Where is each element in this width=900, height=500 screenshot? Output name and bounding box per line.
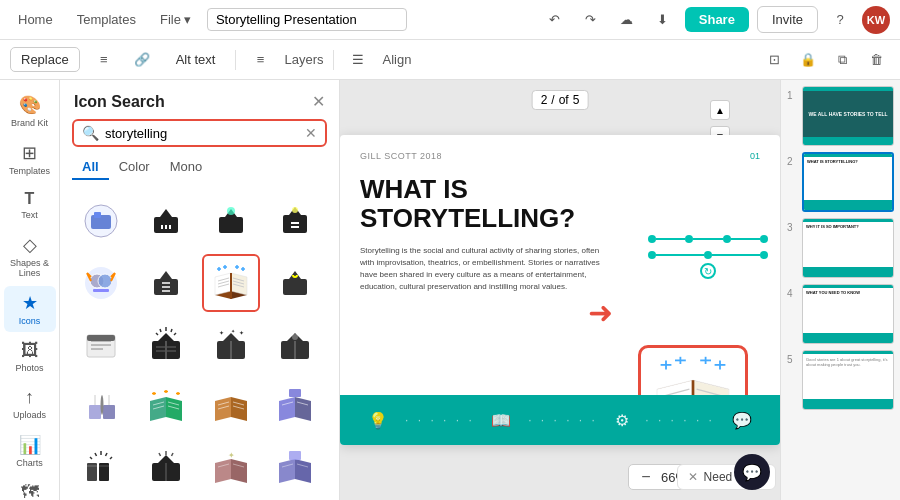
slide-number: 01 [750,151,760,161]
icon-item[interactable] [202,192,260,250]
icon-item[interactable] [72,440,130,498]
sidebar-item-shapes[interactable]: ◇ Shapes & Lines [4,228,56,284]
svg-rect-7 [219,217,243,233]
icon-item[interactable] [137,378,195,436]
slide-title: WHAT ISSTORYTELLING? [360,175,575,232]
undo-button[interactable]: ↶ [541,6,569,34]
thumb-inner: Good stories are 1 about great storytell… [803,354,893,399]
icon-item[interactable] [266,316,324,374]
templates-nav[interactable]: Templates [69,8,144,31]
clear-search-button[interactable]: ✕ [305,125,317,141]
download-button[interactable]: ⬇ [649,6,677,34]
link-icon[interactable]: 🔗 [128,46,156,74]
lock-icon[interactable]: 🔒 [794,46,822,74]
icon-item[interactable] [202,378,260,436]
icon-item[interactable] [72,316,130,374]
svg-text:✦: ✦ [231,328,235,334]
settings-icon: ⚙ [615,411,629,430]
icon-selection-container: ↻ [648,235,768,279]
svg-line-43 [160,329,161,332]
chart-icon[interactable]: ≡ [90,46,118,74]
tab-color[interactable]: Color [109,155,160,180]
sidebar-item-photos[interactable]: 🖼 Photos [4,334,56,379]
icon-item-selected[interactable] [202,254,260,312]
thumb-slide-5[interactable]: Good stories are 1 about great storytell… [802,350,894,410]
icon-item[interactable] [137,316,195,374]
icon-item[interactable] [137,192,195,250]
sidebar-item-text[interactable]: T Text [4,184,56,226]
thumb-slide-4[interactable]: WHAT YOU NEED TO KNOW [802,284,894,344]
sidebar-item-uploads[interactable]: ↑ Uploads [4,381,56,426]
tab-mono[interactable]: Mono [160,155,213,180]
need-help-close-button[interactable]: ✕ [688,470,698,484]
main-area: 🎨 Brand Kit ⊞ Templates T Text ◇ Shapes … [0,80,900,500]
icon-item[interactable] [72,192,130,250]
icon-item[interactable] [266,192,324,250]
avatar[interactable]: KW [862,6,890,34]
help-button[interactable]: ? [826,6,854,34]
panel-title: Icon Search [74,93,165,111]
sidebar-label-icons: Icons [19,316,41,326]
icon-item[interactable]: ✦ [202,440,260,498]
sidebar-item-templates[interactable]: ⊞ Templates [4,136,56,182]
align-icon[interactable]: ☰ [344,46,372,74]
document-title-input[interactable] [207,8,407,31]
thumb-slide-1[interactable]: WE ALL HAVE STORIES TO TELL [802,86,894,146]
indicator-dot [648,235,656,243]
toolbar: Replace ≡ 🔗 Alt text ≡ Layers ☰ Align ⊡ … [0,40,900,80]
icon-item[interactable]: ✦ ✦ ✦ [202,316,260,374]
icon-item[interactable] [266,440,324,498]
sidebar-item-charts[interactable]: 📊 Charts [4,428,56,474]
thumbnail-1: 1 WE ALL HAVE STORIES TO TELL [787,86,894,146]
icon-item[interactable] [266,378,324,436]
file-nav[interactable]: File ▾ [152,8,199,31]
alt-text-button[interactable]: Alt text [166,48,226,71]
toolbar-divider2 [333,50,334,70]
cloud-save-icon[interactable]: ☁ [613,6,641,34]
thumbnail-3: 3 WHY IT IS SO IMPORTANT? [787,218,894,278]
thumb-inner: WHY IT IS SO IMPORTANT? [803,222,893,267]
sidebar-item-brand-kit[interactable]: 🎨 Brand Kit [4,88,56,134]
icon-item[interactable] [266,254,324,312]
redo-button[interactable]: ↷ [577,6,605,34]
delete-icon[interactable]: 🗑 [862,46,890,74]
sidebar-label-uploads: Uploads [13,410,46,420]
slide-arrow-icon: ➜ [588,295,613,330]
selection-indicator-top [648,235,768,243]
share-button[interactable]: Share [685,7,749,32]
search-input[interactable] [105,126,299,141]
icon-item[interactable] [137,254,195,312]
thumb-slide-3[interactable]: WHY IT IS SO IMPORTANT? [802,218,894,278]
crop-icon[interactable]: ⊡ [760,46,788,74]
icon-item[interactable] [137,440,195,498]
copy-icon[interactable]: ⧉ [828,46,856,74]
maps-icon: 🗺 [21,482,39,500]
chat-button[interactable]: 💬 [734,454,770,490]
indicator-dot [704,251,712,259]
sidebar-item-maps[interactable]: 🗺 Maps [4,476,56,500]
tab-all[interactable]: All [72,155,109,180]
home-nav[interactable]: Home [10,8,61,31]
filter-tabs: All Color Mono [60,155,339,188]
toolbar-right: ⊡ 🔒 ⧉ 🗑 [760,46,890,74]
svg-line-44 [171,329,172,332]
layers-icon[interactable]: ≡ [246,46,274,74]
panel-close-button[interactable]: ✕ [312,92,325,111]
brand-kit-icon: 🎨 [19,94,41,116]
invite-button[interactable]: Invite [757,6,818,33]
sidebar-item-icons[interactable]: ★ Icons [4,286,56,332]
indicator-line [693,238,722,240]
icon-item[interactable] [72,378,130,436]
svg-rect-2 [94,212,101,218]
dots-1: · · · · · · [405,413,475,427]
rotate-handle[interactable]: ↻ [700,263,716,279]
replace-button[interactable]: Replace [10,47,80,72]
scroll-up-button[interactable]: ▲ [710,100,730,120]
icon-item[interactable] [72,254,130,312]
thumb-slide-2[interactable]: WHAT IS STORYTELLING? [802,152,894,212]
svg-text:✦: ✦ [239,330,244,336]
thumb-num-2: 2 [787,156,797,167]
svg-point-15 [98,274,112,288]
canvas-container: ▲ ▼ ▶ + − 🗑 ↻ GILL SCOTT 2018 01 WHAT IS… [340,80,780,500]
zoom-out-button[interactable]: − [637,468,655,486]
